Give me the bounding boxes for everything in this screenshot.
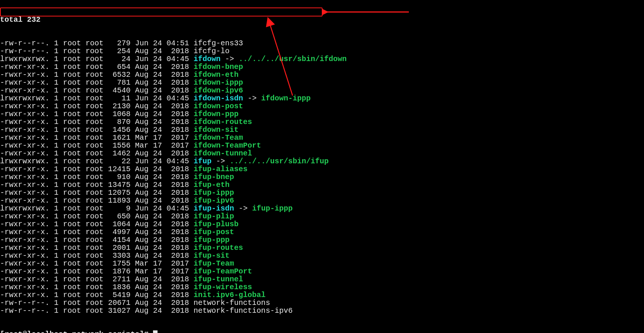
file-name: ifdown-bnep [194,63,243,71]
file-name: ifup-ipv6 [194,196,234,205]
file-name: ifup-plip [194,212,234,221]
ls-row: -rwxr-xr-x. 1 root root 11893 Aug 24 201… [0,197,644,205]
shell-prompt: [root@localhost network-scripts]# [0,330,153,333]
ls-row: -rwxr-xr-x. 1 root root 1068 Aug 24 2018… [0,110,644,118]
file-name: ifup-ppp [194,236,230,244]
ls-row: -rwxr-xr-x. 1 root root 1876 Mar 17 2017… [0,267,644,275]
ls-row: lrwxrwxrwx. 1 root root 24 Jun 24 04:45 … [0,55,644,63]
file-name: ifdown-post [194,102,243,111]
file-name: ifdown-TeamPort [194,141,261,150]
file-name: ifdown-isdn [194,94,243,103]
ls-row: -rwxr-xr-x. 1 root root 1462 Aug 24 2018… [0,149,644,157]
file-name: ifdown-routes [194,118,252,126]
file-name: ifcfg-lo [194,47,230,55]
ls-row: -rwxr-xr-x. 1 root root 2130 Aug 24 2018… [0,102,644,110]
ls-row: -rwxr-xr-x. 1 root root 1064 Aug 24 2018… [0,220,644,228]
ls-total-line: total 232 [0,16,644,24]
ls-row: -rwxr-xr-x. 1 root root 12415 Aug 24 201… [0,165,644,173]
ls-row: lrwxrwxrwx. 1 root root 11 Jun 24 04:45 … [0,94,644,102]
file-name: ifdown-ppp [194,110,239,118]
file-name: ifdown-sit [194,125,239,134]
file-name: ifcfg-ens33 [194,39,243,48]
file-name: init.ipv6-global [194,291,266,299]
file-name: ifup [194,157,212,166]
file-name: ifup-wireless [194,283,252,291]
file-name: ifdown-ippp [194,78,243,87]
ls-row: -rwxr-xr-x. 1 root root 5419 Aug 24 2018… [0,291,644,299]
ls-row: -rwxr-xr-x. 1 root root 1836 Aug 24 2018… [0,283,644,291]
file-name: ifup-TeamPort [194,267,252,276]
file-name: ifup-ippp [194,188,234,197]
ls-row: -rwxr-xr-x. 1 root root 910 Aug 24 2018 … [0,173,644,181]
ls-row: -rwxr-xr-x. 1 root root 2001 Aug 24 2018… [0,244,644,252]
file-name: ifup-post [194,228,234,236]
ls-row: -rw-r--r--. 1 root root 279 Jun 24 04:51… [0,39,644,47]
ls-row: -rwxr-xr-x. 1 root root 2711 Aug 24 2018… [0,275,644,283]
symlink-target: ifdown-ippp [261,94,311,103]
ls-row: -rwxr-xr-x. 1 root root 4540 Aug 24 2018… [0,87,644,94]
ls-row: -rw-r--r--. 1 root root 254 Aug 24 2018 … [0,47,644,55]
file-name: ifup-tunnel [194,275,243,284]
file-name: ifup-Team [194,259,234,268]
ls-row: -rwxr-xr-x. 1 root root 3303 Aug 24 2018… [0,252,644,260]
file-name: ifup-sit [194,251,230,260]
ls-row: lrwxrwxrwx. 1 root root 22 Jun 24 04:45 … [0,157,644,165]
prompt-line[interactable]: [root@localhost network-scripts]# _ [0,330,644,333]
ls-row: -rwxr-xr-x. 1 root root 12075 Aug 24 201… [0,189,644,197]
ls-row: -rwxr-xr-x. 1 root root 870 Aug 24 2018 … [0,118,644,126]
ls-row: -rwxr-xr-x. 1 root root 4997 Aug 24 2018… [0,228,644,236]
ls-row: -rwxr-xr-x. 1 root root 654 Aug 24 2018 … [0,63,644,71]
ls-row: -rwxr-xr-x. 1 root root 1556 Mar 17 2017… [0,142,644,149]
ls-row: -rwxr-xr-x. 1 root root 13475 Aug 24 201… [0,181,644,189]
cursor: _ [153,330,158,333]
symlink-target: ../../../usr/sbin/ifup [230,157,329,166]
ls-row: -rwxr-xr-x. 1 root root 650 Aug 24 2018 … [0,212,644,220]
ls-row: lrwxrwxrwx. 1 root root 9 Jun 24 04:45 i… [0,205,644,212]
ls-row: -rwxr-xr-x. 1 root root 1755 Mar 17 2017… [0,260,644,267]
ls-row: -rwxr-xr-x. 1 root root 4154 Aug 24 2018… [0,236,644,244]
file-name: network-functions [194,299,270,307]
file-name: network-functions-ipv6 [194,306,293,315]
file-name: ifdown-tunnel [194,149,252,158]
ls-row: -rwxr-xr-x. 1 root root 1621 Mar 17 2017… [0,134,644,142]
highlight-box [0,7,323,16]
file-name: ifdown-ipv6 [194,86,243,95]
ls-row: -rwxr-xr-x. 1 root root 6532 Aug 24 2018… [0,71,644,79]
file-name: ifdown [194,55,221,63]
file-name: ifup-plusb [194,220,239,228]
terminal[interactable]: total 232 -rw-r--r--. 1 root root 279 Ju… [0,0,644,333]
ls-row: -rw-r--r--. 1 root root 31027 Aug 24 201… [0,307,644,315]
symlink-target: ifup-ippp [252,204,293,213]
file-name: ifup-aliases [194,165,248,173]
file-name: ifup-isdn [194,204,234,213]
file-name: ifup-bnep [194,173,234,181]
ls-row: -rw-r--r--. 1 root root 20671 Aug 24 201… [0,299,644,307]
ls-row: -rwxr-xr-x. 1 root root 1456 Aug 24 2018… [0,126,644,134]
file-name: ifup-eth [194,181,230,189]
ls-row: -rwxr-xr-x. 1 root root 781 Aug 24 2018 … [0,79,644,87]
file-name: ifdown-eth [194,70,239,79]
symlink-target: ../../../usr/sbin/ifdown [239,55,347,63]
arrow-to-highlight [323,8,413,16]
file-name: ifdown-Team [194,133,243,142]
file-name: ifup-routes [194,243,243,252]
